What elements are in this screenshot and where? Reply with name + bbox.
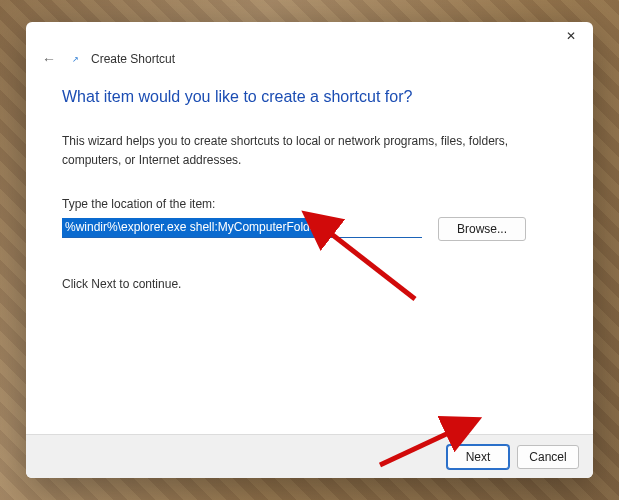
close-icon: ✕ — [566, 29, 576, 43]
location-input[interactable]: %windir%\explorer.exe shell:MyComputerFo… — [62, 217, 422, 237]
continue-hint: Click Next to continue. — [62, 277, 557, 291]
dialog-titlebar: ✕ — [26, 22, 593, 48]
dialog-subheader: ← ↗ Create Shortcut — [26, 48, 593, 74]
close-button[interactable]: ✕ — [559, 26, 583, 46]
next-button[interactable]: Next — [447, 445, 509, 469]
page-headline: What item would you like to create a sho… — [62, 88, 557, 106]
dialog-title: Create Shortcut — [87, 52, 175, 66]
back-arrow-icon[interactable]: ← — [40, 50, 58, 68]
browse-button[interactable]: Browse... — [438, 217, 526, 241]
wizard-description: This wizard helps you to create shortcut… — [62, 132, 557, 169]
location-row: %windir%\explorer.exe shell:MyComputerFo… — [62, 217, 557, 241]
location-label: Type the location of the item: — [62, 197, 557, 211]
cancel-button[interactable]: Cancel — [517, 445, 579, 469]
location-input-value: %windir%\explorer.exe shell:MyComputerFo… — [62, 218, 323, 236]
dialog-footer: Next Cancel — [26, 434, 593, 478]
dialog-content: What item would you like to create a sho… — [26, 74, 593, 434]
create-shortcut-dialog: ✕ ← ↗ Create Shortcut What item would yo… — [26, 22, 593, 478]
shortcut-wizard-icon: ↗ — [66, 55, 79, 64]
